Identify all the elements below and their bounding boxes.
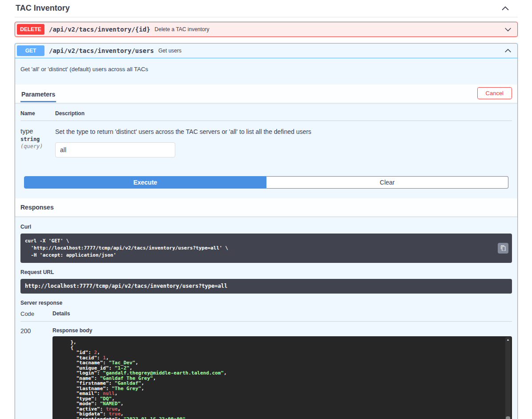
- response-body-label: Response body: [52, 322, 512, 336]
- get-endpoint-description: Get users: [158, 48, 181, 54]
- curl-label: Curl: [20, 224, 512, 230]
- parameter-row: type string (query) Set the type to retu…: [20, 121, 512, 169]
- chevron-up-icon[interactable]: [501, 4, 510, 13]
- server-response-table: Code Details 200 Response body }, { "id"…: [20, 310, 512, 419]
- execute-wrapper: Execute Clear: [15, 169, 517, 198]
- column-header-details: Details: [52, 310, 512, 317]
- parameter-name-cell: type string (query): [20, 127, 55, 157]
- chevron-up-icon[interactable]: [504, 47, 512, 55]
- operation-description: Get 'all' or 'distinct' (default) users …: [15, 58, 517, 85]
- column-header-description: Description: [55, 110, 512, 117]
- method-badge-get: GET: [17, 45, 44, 56]
- delete-endpoint-block: DELETE /api/v2/tacs/inventory/{id} Delet…: [15, 22, 518, 37]
- get-endpoint-body: Get 'all' or 'distinct' (default) users …: [15, 58, 517, 419]
- parameters-table: Name Description type string (query) Set…: [15, 103, 517, 169]
- chevron-down-icon[interactable]: [504, 25, 512, 33]
- tab-parameters[interactable]: Parameters: [20, 88, 56, 102]
- parameter-location: (query): [20, 143, 55, 149]
- get-endpoint-path: /api/v2/tacs/inventory/users: [44, 47, 158, 54]
- parameter-type: string: [20, 136, 55, 142]
- curl-command: curl -X 'GET' \ 'http://localhost:7777/t…: [25, 238, 492, 259]
- responses-section-header: Responses: [15, 198, 517, 217]
- execute-button[interactable]: Execute: [24, 176, 266, 189]
- scrollbar-thumb[interactable]: [506, 416, 510, 419]
- copy-to-clipboard-button[interactable]: [498, 243, 508, 254]
- delete-endpoint-path: /api/v2/tacs/inventory/{id}: [44, 26, 155, 33]
- responses-body: Curl curl -X 'GET' \ 'http://localhost:7…: [15, 217, 517, 419]
- request-url-label: Request URL: [20, 269, 512, 275]
- delete-endpoint-description: Delete a TAC inventory: [155, 26, 210, 32]
- get-endpoint-summary[interactable]: GET /api/v2/tacs/inventory/users Get use…: [15, 44, 517, 58]
- request-url-value: http://localhost:7777/tcmp/api/v2/tacs/i…: [25, 282, 508, 290]
- get-endpoint-block: GET /api/v2/tacs/inventory/users Get use…: [15, 43, 518, 419]
- response-details-cell: Response body }, { "id": 2, "tacid": 1, …: [52, 322, 512, 419]
- request-url-block: http://localhost:7777/tcmp/api/v2/tacs/i…: [20, 279, 512, 294]
- cancel-button[interactable]: Cancel: [477, 87, 512, 99]
- response-body-json: }, { "id": 2, "tacid": 1, "tacname": "Ta…: [59, 340, 499, 419]
- delete-endpoint-summary[interactable]: DELETE /api/v2/tacs/inventory/{id} Delet…: [15, 22, 517, 36]
- section-tag-header[interactable]: TAC Inventory: [15, 0, 518, 17]
- clipboard-icon: [500, 245, 506, 251]
- swagger-page: TAC Inventory DELETE /api/v2/tacs/invent…: [0, 0, 532, 419]
- method-badge-delete: DELETE: [17, 24, 44, 35]
- type-param-input[interactable]: [55, 142, 175, 157]
- parameters-section-header: Parameters Cancel: [15, 85, 517, 103]
- responses-title: Responses: [20, 204, 54, 211]
- column-header-name: Name: [20, 110, 55, 117]
- column-header-code: Code: [20, 310, 52, 317]
- parameters-table-header: Name Description: [20, 110, 512, 121]
- response-row: 200 Response body }, { "id": 2, "tacid":…: [20, 322, 512, 419]
- parameter-description: Set the type to return 'distinct' users …: [55, 128, 512, 135]
- scrollbar-up-arrow-icon[interactable]: ▲: [505, 338, 511, 342]
- parameter-name: type: [20, 127, 55, 135]
- scrollbar[interactable]: ▲: [505, 337, 511, 419]
- page-title: TAC Inventory: [16, 4, 70, 13]
- server-response-label: Server response: [20, 300, 512, 306]
- parameter-description-cell: Set the type to return 'distinct' users …: [55, 127, 512, 157]
- response-body-block: }, { "id": 2, "tacid": 1, "tacname": "Ta…: [52, 336, 512, 419]
- response-table-header: Code Details: [20, 310, 512, 322]
- curl-block: curl -X 'GET' \ 'http://localhost:7777/t…: [20, 234, 512, 263]
- status-code: 200: [20, 322, 52, 419]
- clear-button[interactable]: Clear: [266, 176, 508, 189]
